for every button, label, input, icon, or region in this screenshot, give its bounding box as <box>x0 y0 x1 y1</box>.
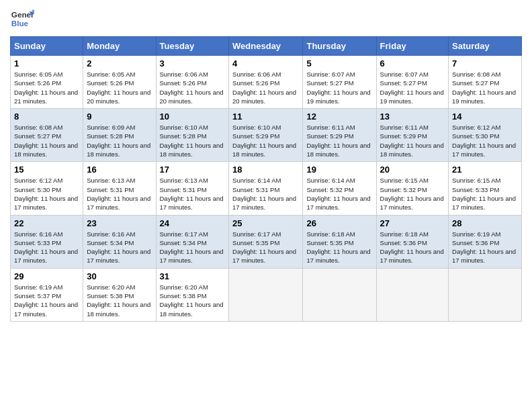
calendar-header-tuesday: Tuesday <box>156 37 229 56</box>
calendar-week-4: 22 Sunrise: 6:16 AM Sunset: 5:33 PM Dayl… <box>11 215 522 268</box>
day-info: Sunrise: 6:14 AM Sunset: 5:31 PM Dayligh… <box>232 177 296 211</box>
day-info: Sunrise: 6:12 AM Sunset: 5:30 PM Dayligh… <box>14 177 78 211</box>
day-number: 25 <box>232 218 299 228</box>
calendar-cell: 2 Sunrise: 6:05 AM Sunset: 5:26 PM Dayli… <box>83 56 156 109</box>
day-info: Sunrise: 6:12 AM Sunset: 5:30 PM Dayligh… <box>452 124 516 158</box>
day-number: 14 <box>452 111 518 122</box>
day-info: Sunrise: 6:05 AM Sunset: 5:26 PM Dayligh… <box>87 71 150 105</box>
day-info: Sunrise: 6:16 AM Sunset: 5:34 PM Dayligh… <box>87 230 150 265</box>
calendar-cell: 21 Sunrise: 6:15 AM Sunset: 5:33 PM Dayl… <box>449 162 522 215</box>
calendar-cell: 13 Sunrise: 6:11 AM Sunset: 5:29 PM Dayl… <box>376 109 448 162</box>
day-info: Sunrise: 6:07 AM Sunset: 5:27 PM Dayligh… <box>306 71 370 105</box>
day-info: Sunrise: 6:09 AM Sunset: 5:28 PM Dayligh… <box>87 124 150 158</box>
calendar-cell: 1 Sunrise: 6:05 AM Sunset: 5:26 PM Dayli… <box>11 56 83 109</box>
calendar-cell: 25 Sunrise: 6:17 AM Sunset: 5:35 PM Dayl… <box>229 215 303 268</box>
calendar-week-3: 15 Sunrise: 6:12 AM Sunset: 5:30 PM Dayl… <box>11 162 522 215</box>
day-info: Sunrise: 6:06 AM Sunset: 5:26 PM Dayligh… <box>232 71 296 105</box>
day-info: Sunrise: 6:20 AM Sunset: 5:38 PM Dayligh… <box>160 283 224 318</box>
day-info: Sunrise: 6:16 AM Sunset: 5:33 PM Dayligh… <box>14 230 78 265</box>
calendar-cell: 27 Sunrise: 6:18 AM Sunset: 5:36 PM Dayl… <box>376 215 448 268</box>
calendar-cell: 6 Sunrise: 6:07 AM Sunset: 5:27 PM Dayli… <box>376 56 448 109</box>
calendar-cell: 4 Sunrise: 6:06 AM Sunset: 5:26 PM Dayli… <box>229 56 303 109</box>
calendar-cell: 20 Sunrise: 6:15 AM Sunset: 5:32 PM Dayl… <box>376 162 448 215</box>
calendar-cell: 19 Sunrise: 6:14 AM Sunset: 5:32 PM Dayl… <box>303 162 376 215</box>
day-number: 10 <box>160 111 226 122</box>
day-info: Sunrise: 6:17 AM Sunset: 5:35 PM Dayligh… <box>232 230 296 265</box>
calendar-cell: 23 Sunrise: 6:16 AM Sunset: 5:34 PM Dayl… <box>83 215 156 268</box>
day-number: 7 <box>452 58 518 68</box>
calendar-cell: 15 Sunrise: 6:12 AM Sunset: 5:30 PM Dayl… <box>11 162 83 215</box>
day-info: Sunrise: 6:08 AM Sunset: 5:27 PM Dayligh… <box>14 124 78 158</box>
calendar-cell: 5 Sunrise: 6:07 AM Sunset: 5:27 PM Dayli… <box>303 56 376 109</box>
day-number: 28 <box>452 218 518 228</box>
day-info: Sunrise: 6:14 AM Sunset: 5:32 PM Dayligh… <box>306 177 370 211</box>
day-number: 3 <box>160 58 226 68</box>
calendar-cell: 18 Sunrise: 6:14 AM Sunset: 5:31 PM Dayl… <box>229 162 303 215</box>
calendar-cell: 8 Sunrise: 6:08 AM Sunset: 5:27 PM Dayli… <box>11 109 83 162</box>
calendar-cell <box>303 268 376 321</box>
day-number: 4 <box>232 58 299 68</box>
calendar-table: SundayMondayTuesdayWednesdayThursdayFrid… <box>10 36 522 322</box>
calendar-header-friday: Friday <box>376 37 448 56</box>
day-number: 21 <box>452 165 518 175</box>
calendar-cell: 11 Sunrise: 6:10 AM Sunset: 5:29 PM Dayl… <box>229 109 303 162</box>
day-number: 17 <box>160 165 226 175</box>
calendar-cell: 28 Sunrise: 6:19 AM Sunset: 5:36 PM Dayl… <box>449 215 522 268</box>
day-info: Sunrise: 6:19 AM Sunset: 5:37 PM Dayligh… <box>14 283 78 318</box>
day-info: Sunrise: 6:10 AM Sunset: 5:29 PM Dayligh… <box>232 124 296 158</box>
calendar-week-2: 8 Sunrise: 6:08 AM Sunset: 5:27 PM Dayli… <box>11 109 522 162</box>
day-number: 13 <box>380 111 445 122</box>
calendar-header-row: SundayMondayTuesdayWednesdayThursdayFrid… <box>11 37 522 56</box>
calendar-cell: 22 Sunrise: 6:16 AM Sunset: 5:33 PM Dayl… <box>11 215 83 268</box>
day-info: Sunrise: 6:17 AM Sunset: 5:34 PM Dayligh… <box>160 230 224 265</box>
day-number: 12 <box>306 111 372 122</box>
day-number: 31 <box>160 271 226 281</box>
day-info: Sunrise: 6:15 AM Sunset: 5:32 PM Dayligh… <box>380 177 444 211</box>
day-number: 27 <box>380 218 445 228</box>
calendar-cell: 12 Sunrise: 6:11 AM Sunset: 5:29 PM Dayl… <box>303 109 376 162</box>
day-number: 22 <box>14 218 79 228</box>
day-number: 8 <box>14 111 79 122</box>
calendar-body: 1 Sunrise: 6:05 AM Sunset: 5:26 PM Dayli… <box>11 56 522 322</box>
day-info: Sunrise: 6:15 AM Sunset: 5:33 PM Dayligh… <box>452 177 516 211</box>
day-info: Sunrise: 6:07 AM Sunset: 5:27 PM Dayligh… <box>380 71 444 105</box>
day-info: Sunrise: 6:20 AM Sunset: 5:38 PM Dayligh… <box>87 283 150 318</box>
day-number: 1 <box>14 58 79 68</box>
svg-text:General: General <box>11 10 34 19</box>
day-number: 15 <box>14 165 79 175</box>
day-number: 20 <box>380 165 445 175</box>
day-number: 2 <box>87 58 152 68</box>
day-info: Sunrise: 6:06 AM Sunset: 5:26 PM Dayligh… <box>160 71 224 105</box>
calendar-cell: 31 Sunrise: 6:20 AM Sunset: 5:38 PM Dayl… <box>156 268 229 321</box>
calendar-cell: 26 Sunrise: 6:18 AM Sunset: 5:35 PM Dayl… <box>303 215 376 268</box>
calendar-header-monday: Monday <box>83 37 156 56</box>
calendar-cell <box>229 268 303 321</box>
day-number: 29 <box>14 271 79 281</box>
day-info: Sunrise: 6:13 AM Sunset: 5:31 PM Dayligh… <box>160 177 224 211</box>
day-info: Sunrise: 6:11 AM Sunset: 5:29 PM Dayligh… <box>380 124 444 158</box>
day-number: 18 <box>232 165 299 175</box>
logo-icon: General Blue <box>10 7 34 31</box>
calendar-header-sunday: Sunday <box>11 37 83 56</box>
calendar-cell: 24 Sunrise: 6:17 AM Sunset: 5:34 PM Dayl… <box>156 215 229 268</box>
calendar-cell: 10 Sunrise: 6:10 AM Sunset: 5:28 PM Dayl… <box>156 109 229 162</box>
day-info: Sunrise: 6:08 AM Sunset: 5:27 PM Dayligh… <box>452 71 516 105</box>
day-number: 30 <box>87 271 152 281</box>
calendar-cell: 3 Sunrise: 6:06 AM Sunset: 5:26 PM Dayli… <box>156 56 229 109</box>
day-number: 19 <box>306 165 372 175</box>
calendar-cell: 14 Sunrise: 6:12 AM Sunset: 5:30 PM Dayl… <box>449 109 522 162</box>
calendar-cell: 17 Sunrise: 6:13 AM Sunset: 5:31 PM Dayl… <box>156 162 229 215</box>
calendar-week-5: 29 Sunrise: 6:19 AM Sunset: 5:37 PM Dayl… <box>11 268 522 321</box>
svg-text:Blue: Blue <box>11 19 29 28</box>
day-number: 9 <box>87 111 152 122</box>
calendar-cell <box>449 268 522 321</box>
day-number: 24 <box>160 218 226 228</box>
day-info: Sunrise: 6:19 AM Sunset: 5:36 PM Dayligh… <box>452 230 516 265</box>
day-number: 5 <box>306 58 372 68</box>
day-info: Sunrise: 6:13 AM Sunset: 5:31 PM Dayligh… <box>87 177 150 211</box>
calendar-header-wednesday: Wednesday <box>229 37 303 56</box>
calendar-cell: 9 Sunrise: 6:09 AM Sunset: 5:28 PM Dayli… <box>83 109 156 162</box>
calendar-cell: 7 Sunrise: 6:08 AM Sunset: 5:27 PM Dayli… <box>449 56 522 109</box>
calendar-cell: 16 Sunrise: 6:13 AM Sunset: 5:31 PM Dayl… <box>83 162 156 215</box>
day-number: 23 <box>87 218 152 228</box>
